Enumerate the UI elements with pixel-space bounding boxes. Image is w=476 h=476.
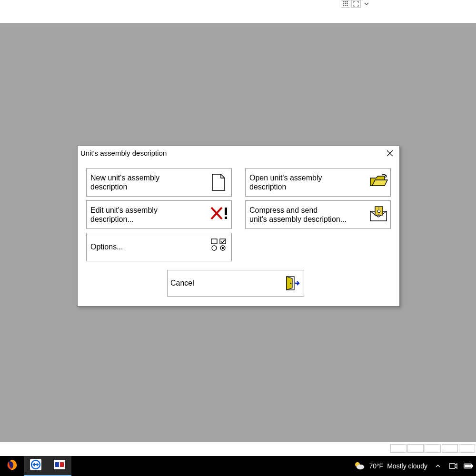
cancel-button[interactable]: Cancel bbox=[167, 270, 304, 297]
assembly-description-dialog: Unit's assembly description New unit's a… bbox=[77, 146, 400, 307]
svg-rect-10 bbox=[225, 217, 227, 219]
mail-zip-icon bbox=[369, 206, 387, 224]
weather-temp: 70°F bbox=[369, 462, 383, 470]
tray-chevron-up-icon[interactable] bbox=[433, 461, 443, 471]
svg-rect-16 bbox=[220, 239, 226, 244]
button-label: Compress and sendunit's assembly descrip… bbox=[249, 206, 347, 223]
svg-rect-9 bbox=[225, 208, 227, 215]
svg-rect-25 bbox=[35, 464, 37, 465]
taskbar: 70°F Mostly cloudy bbox=[0, 456, 476, 476]
taskbar-weather[interactable]: 70°F Mostly cloudy bbox=[354, 460, 427, 472]
weather-icon bbox=[354, 460, 365, 472]
status-cell bbox=[459, 444, 475, 453]
svg-rect-2 bbox=[347, 1, 348, 2]
status-panel-strip bbox=[0, 442, 476, 456]
top-tool-cluster bbox=[341, 0, 371, 8]
top-toolbar bbox=[0, 0, 476, 23]
taskbar-app-teamviewer[interactable] bbox=[24, 456, 48, 476]
tray-project-icon[interactable] bbox=[448, 461, 458, 471]
button-label: New unit's assemblydescription bbox=[90, 174, 159, 191]
svg-rect-0 bbox=[343, 1, 344, 2]
taskbar-app-firefox[interactable] bbox=[0, 456, 24, 476]
svg-rect-3 bbox=[343, 3, 344, 4]
chevron-down-icon[interactable] bbox=[362, 0, 371, 8]
options-controls-icon bbox=[210, 238, 228, 256]
button-label: Cancel bbox=[170, 279, 194, 287]
tray-battery-icon[interactable] bbox=[464, 461, 473, 471]
svg-point-21 bbox=[290, 283, 292, 284]
grid-icon[interactable] bbox=[341, 0, 350, 8]
svg-rect-7 bbox=[345, 5, 346, 6]
teamviewer-icon bbox=[30, 458, 42, 473]
svg-rect-34 bbox=[472, 465, 473, 467]
svg-rect-35 bbox=[465, 465, 471, 467]
svg-rect-32 bbox=[449, 464, 455, 468]
svg-rect-6 bbox=[343, 5, 344, 6]
status-cell bbox=[425, 444, 441, 453]
svg-rect-1 bbox=[345, 1, 346, 2]
close-icon bbox=[387, 150, 393, 158]
status-cell bbox=[407, 444, 424, 453]
options-button[interactable]: Options... bbox=[86, 233, 232, 261]
svg-point-19 bbox=[222, 247, 224, 249]
exit-door-icon bbox=[286, 276, 300, 291]
compress-send-button[interactable]: Compress and sendunit's assembly descrip… bbox=[245, 200, 391, 229]
svg-point-17 bbox=[212, 246, 217, 250]
close-button[interactable] bbox=[384, 148, 396, 159]
open-folder-icon bbox=[369, 173, 387, 191]
svg-point-14 bbox=[377, 210, 380, 213]
edit-x-icon bbox=[210, 206, 228, 224]
edit-assembly-button[interactable]: Edit unit's assemblydescription... bbox=[86, 200, 232, 229]
svg-rect-5 bbox=[347, 3, 348, 4]
button-label: Open unit's assemblydescription bbox=[249, 174, 322, 191]
taskbar-app-generic[interactable] bbox=[48, 456, 71, 476]
weather-text: Mostly cloudy bbox=[387, 462, 427, 470]
app-icon bbox=[54, 460, 65, 471]
dialog-title: Unit's assembly description bbox=[80, 149, 167, 157]
svg-rect-15 bbox=[211, 239, 217, 244]
new-document-icon bbox=[210, 173, 228, 191]
svg-rect-27 bbox=[55, 462, 59, 467]
svg-rect-4 bbox=[345, 3, 346, 4]
button-label: Options... bbox=[90, 243, 123, 251]
svg-rect-8 bbox=[347, 5, 348, 6]
fullscreen-icon[interactable] bbox=[351, 0, 361, 8]
status-cell bbox=[442, 444, 458, 453]
status-cell bbox=[390, 444, 407, 453]
open-assembly-button[interactable]: Open unit's assemblydescription bbox=[245, 168, 391, 197]
button-label: Edit unit's assemblydescription... bbox=[90, 206, 158, 223]
firefox-icon bbox=[6, 459, 18, 473]
svg-rect-28 bbox=[60, 462, 64, 467]
new-assembly-button[interactable]: New unit's assemblydescription bbox=[86, 168, 232, 197]
